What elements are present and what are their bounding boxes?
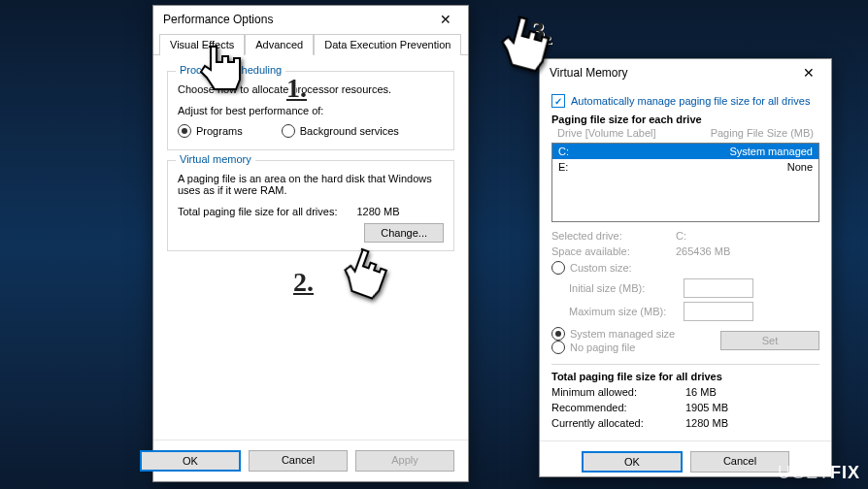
proc-desc: Choose how to allocate processor resourc… — [178, 83, 444, 95]
rec-value: 1905 MB — [685, 402, 728, 413]
vm-title: Virtual memory — [176, 153, 255, 165]
drive-e-size: None — [787, 161, 813, 173]
max-label: Maximum size (MB): — [569, 306, 676, 317]
tab-advanced[interactable]: Advanced — [245, 34, 314, 55]
max-size-input — [684, 302, 753, 321]
vm-total-label: Total paging file size for all drives: — [178, 206, 337, 217]
vmem-titlebar: Virtual Memory ✕ — [540, 59, 831, 86]
auto-manage-checkbox[interactable]: Automatically manage paging file size fo… — [551, 94, 819, 108]
radio-programs-label: Programs — [196, 125, 243, 137]
space-value: 265436 MB — [676, 245, 730, 257]
sel-drive-label: Selected drive: — [551, 230, 668, 242]
set-button: Set — [720, 331, 819, 350]
radio-icon — [178, 124, 191, 138]
radio-background[interactable]: Background services — [282, 124, 399, 138]
apply-button[interactable]: Apply — [355, 450, 454, 472]
ok-button[interactable]: OK — [140, 450, 241, 472]
sysmanaged-label: System managed size — [570, 328, 675, 340]
perf-button-row: OK Cancel Apply — [153, 440, 468, 481]
cur-label: Currently allocated: — [551, 417, 678, 429]
perf-content: Processor scheduling Choose how to alloc… — [153, 55, 468, 271]
drive-c-label: C: — [558, 146, 729, 157]
watermark: UGETFIX — [778, 463, 860, 483]
sel-drive-value: C: — [676, 230, 686, 242]
totals-section: Total paging file size for all drives Mi… — [551, 364, 819, 429]
radio-background-label: Background services — [300, 125, 399, 137]
proc-radio-row: Programs Background services — [178, 124, 444, 138]
radio-icon — [551, 261, 565, 275]
watermark-b: FIX — [830, 463, 860, 482]
vm-total-value: 1280 MB — [356, 206, 399, 217]
performance-options-window: Performance Options ✕ Visual Effects Adv… — [152, 5, 469, 482]
initial-size-input — [684, 278, 753, 298]
step-1-label: 1. — [286, 73, 307, 104]
min-value: 16 MB — [685, 386, 717, 398]
radio-system-managed: System managed size — [551, 327, 675, 341]
radio-custom-size: Custom size: — [551, 261, 819, 275]
cancel-button[interactable]: Cancel — [249, 450, 348, 472]
totals-title: Total paging file size for all drives — [551, 371, 819, 382]
perf-titlebar: Performance Options ✕ — [153, 6, 468, 33]
vmem-content: Automatically manage paging file size fo… — [540, 86, 831, 440]
radio-icon — [282, 124, 295, 138]
drive-e-label: E: — [558, 161, 787, 173]
watermark-a: UGET — [778, 463, 830, 482]
drive-listbox[interactable]: C: System managed E: None — [551, 143, 819, 222]
close-icon[interactable]: ✕ — [790, 63, 827, 82]
change-button[interactable]: Change... — [364, 223, 444, 243]
ok-button[interactable]: OK — [582, 451, 683, 473]
tab-visual-effects[interactable]: Visual Effects — [159, 34, 245, 55]
radio-icon — [551, 341, 565, 354]
rec-label: Recommended: — [551, 402, 678, 413]
proc-title: Processor scheduling — [176, 64, 285, 76]
close-icon[interactable]: ✕ — [427, 10, 464, 29]
drive-c-size: System managed — [729, 146, 813, 157]
vm-change-row: Change... — [178, 227, 444, 239]
vmem-title: Virtual Memory — [550, 66, 627, 80]
checkbox-icon — [551, 94, 565, 108]
tab-dep[interactable]: Data Execution Prevention — [314, 34, 461, 55]
step-2-label: 2. — [293, 267, 314, 298]
drive-row-e[interactable]: E: None — [552, 159, 818, 175]
min-label: Minimum allowed: — [551, 386, 678, 398]
drive-header: Drive [Volume Label] Paging File Size (M… — [551, 125, 819, 141]
virtual-memory-window: Virtual Memory ✕ Automatically manage pa… — [539, 58, 832, 477]
hdr-drive: Drive [Volume Label] — [557, 127, 711, 139]
radio-icon — [551, 327, 565, 341]
processor-scheduling-group: Processor scheduling Choose how to alloc… — [167, 71, 454, 150]
virtual-memory-group: Virtual memory A paging file is an area … — [167, 160, 454, 251]
custom-label: Custom size: — [570, 262, 632, 274]
cancel-button[interactable]: Cancel — [690, 451, 789, 473]
perf-title: Performance Options — [163, 13, 273, 26]
nopaging-label: No paging file — [570, 342, 635, 353]
cur-value: 1280 MB — [685, 417, 728, 429]
drive-row-c[interactable]: C: System managed — [552, 144, 818, 159]
hdr-size: Paging File Size (MB) — [711, 127, 814, 139]
paging-title: Paging file size for each drive — [551, 114, 819, 125]
vm-desc: A paging file is an area on the hard dis… — [178, 173, 444, 196]
vm-total-row: Total paging file size for all drives: 1… — [178, 206, 444, 217]
radio-programs[interactable]: Programs — [178, 124, 243, 138]
step-3-label: 3. — [531, 16, 551, 47]
proc-adjust: Adjust for best performance of: — [178, 105, 444, 116]
radio-no-paging: No paging file — [551, 341, 675, 354]
auto-manage-label: Automatically manage paging file size fo… — [571, 95, 810, 107]
initial-label: Initial size (MB): — [569, 282, 676, 294]
custom-size-section: Custom size: Initial size (MB): Maximum … — [551, 261, 819, 354]
selected-drive-info: Selected drive:C: Space available:265436… — [551, 230, 819, 257]
perf-tabs: Visual Effects Advanced Data Execution P… — [153, 33, 468, 55]
space-label: Space available: — [551, 245, 668, 257]
